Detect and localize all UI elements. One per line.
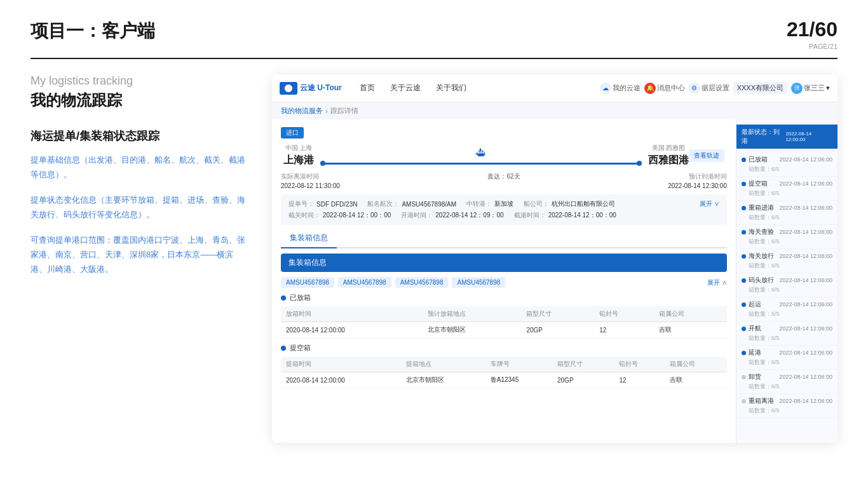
- messages-btn[interactable]: 🔔 消息中心: [644, 83, 685, 94]
- empty-table: 提箱时间 提箱地点 车牌号 箱型尺寸 铅封号 箱属公司 2020-08-14 1…: [281, 356, 727, 388]
- sidebar-list-item: 提空箱2022-08-14 12:06:00箱数量：6/5: [736, 177, 837, 201]
- nav-right: ☁ 我的云途 🔔 消息中心 ⚙ 据层设置 XXXX有限公司 张 张三三 ▾: [600, 82, 830, 94]
- settings-icon: ⚙: [689, 83, 700, 94]
- nav-about-cloud[interactable]: 关于云途: [385, 83, 426, 93]
- page-number: 21/60 PAGE/21: [787, 18, 837, 50]
- duration: 直达：62天: [487, 172, 520, 189]
- nav-about-us[interactable]: 关于我们: [431, 83, 471, 93]
- to-port: 美国 西雅图 西雅图港: [648, 144, 689, 167]
- settings-btn[interactable]: ⚙ 据层设置: [689, 83, 729, 94]
- sidebar-list-item: 已放箱2022-08-14 12:06:00箱数量：6/5: [736, 152, 837, 177]
- my-cloud-icon: ☁: [600, 83, 611, 94]
- sidebar-list-item: 重箱进港2022-08-14 12:06:00箱数量：6/5: [736, 201, 837, 225]
- active-dot: [742, 182, 746, 186]
- status-tag: 进口: [281, 127, 304, 139]
- company-label: XXXX有限公司: [733, 82, 787, 94]
- active-dot: [742, 158, 746, 162]
- section-title-en: My logistics tracking: [31, 74, 247, 88]
- container-section-title: 集装箱信息: [281, 254, 727, 272]
- active-dot: [742, 278, 746, 283]
- app-main: 进口 中国 上海 上海港 ⛴ 美国 西雅: [272, 119, 736, 443]
- app-navbar: 云途 U-Tour 首页 关于云途 关于我们 ☁ 我的云途 🔔 消息中心 ⚙ 据…: [272, 74, 837, 102]
- app-tabs: 集装箱信息: [281, 229, 727, 248]
- desc-text-3: 可查询提单港口范围：覆盖国内港口宁波、上海、青岛、张家港、南京、营口、天津、深圳…: [31, 233, 247, 277]
- desc-text-2: 提单状态变化信息（主要环节放箱、提箱、进场、查验、海关放行、码头放行等变化信息）…: [31, 193, 247, 222]
- sidebar-status-header: 最新状态：到港 2022-08-14 12:00:00: [736, 125, 837, 149]
- active-dot: [742, 254, 746, 259]
- view-trajectory-btn[interactable]: 查看轨迹: [689, 149, 724, 162]
- sidebar-list-item: 开航2022-08-14 12:06:00箱数量：6/5: [736, 322, 837, 346]
- user-avatar: 张: [791, 83, 803, 94]
- container-tab-3[interactable]: AMSU4567898: [452, 277, 505, 288]
- active-dot: [742, 206, 746, 210]
- app-sidebar: 最新状态：到港 2022-08-14 12:00:00 已放箱2022-08-1…: [736, 119, 837, 443]
- route-section: 中国 上海 上海港 ⛴ 美国 西雅图 西雅图港 查看轨迹: [281, 144, 727, 167]
- my-cloud-btn[interactable]: ☁ 我的云途: [600, 83, 641, 94]
- svg-point-0: [285, 85, 292, 92]
- from-port: 中国 上海 上海港: [283, 144, 314, 167]
- released-dot: [281, 295, 286, 301]
- sidebar-list-item: 卸货2022-08-14 12:06:00箱数量：6/5: [736, 370, 837, 394]
- left-panel: My logistics tracking 我的物流跟踪 海运提单/集装箱状态跟…: [31, 74, 247, 443]
- app-logo: 云途 U-Tour: [280, 82, 342, 95]
- sidebar-list-item: 重箱离港2022-08-14 12:06:00箱数量：6/5: [736, 394, 837, 418]
- sidebar-items: 已放箱2022-08-14 12:06:00箱数量：6/5提空箱2022-08-…: [736, 152, 837, 418]
- page-header: 项目一：客户端 21/60 PAGE/21: [0, 0, 868, 50]
- tab-container-info[interactable]: 集装箱信息: [281, 229, 337, 248]
- active-dot: [742, 230, 746, 234]
- active-dot: [742, 302, 746, 307]
- released-section: 已放箱 放箱时间 预计放箱地点 箱型尺寸 铅封号 箱属公司: [281, 293, 727, 338]
- sidebar-list-item: 延港2022-08-14 12:06:00箱数量：6/5: [736, 346, 837, 370]
- released-table: 放箱时间 预计放箱地点 箱型尺寸 铅封号 箱属公司 2020-08-14 12:…: [281, 306, 727, 338]
- user-info[interactable]: 张 张三三 ▾: [791, 83, 830, 94]
- empty-dot: [281, 346, 286, 351]
- active-dot: [742, 351, 746, 355]
- table-row: 2020-08-14 12:00:00北京市朝阳区20GP12吉联: [281, 322, 727, 338]
- subsection-title: 海运提单/集装箱状态跟踪: [31, 128, 247, 144]
- detail-expand-btn[interactable]: 展开 ∨: [700, 200, 719, 208]
- sidebar-list-item: 码头放行2022-08-14 12:06:00箱数量：6/5: [736, 273, 837, 297]
- empty-section: 提空箱 提箱时间 提箱地点 车牌号 箱型尺寸 铅封号 箱属公司: [281, 343, 727, 388]
- detail-bar: 提单号： SDF DFD/23N 船名航次： AMSU4567898/AM 中转…: [281, 194, 727, 225]
- nav-home[interactable]: 首页: [355, 83, 380, 93]
- arrive-time: 预计到港时间 2022-08-14 12:30:00: [668, 172, 727, 189]
- main-content: My logistics tracking 我的物流跟踪 海运提单/集装箱状态跟…: [0, 59, 868, 443]
- route-line: ⛴: [314, 147, 648, 165]
- app-body: 进口 中国 上海 上海港 ⛴ 美国 西雅: [272, 119, 837, 443]
- inactive-dot: [742, 399, 746, 403]
- container-tab-1[interactable]: AMSU4567898: [338, 277, 391, 288]
- app-mockup: 云途 U-Tour 首页 关于云途 关于我们 ☁ 我的云途 🔔 消息中心 ⚙ 据…: [272, 74, 837, 443]
- breadcrumb: 我的物流服务 › 跟踪详情: [272, 102, 837, 119]
- depart-time: 实际离港时间 2022-08-12 11:30:00: [281, 172, 340, 189]
- active-dot: [742, 327, 746, 331]
- sidebar-list-item: 起运2022-08-14 12:06:00箱数量：6/5: [736, 297, 837, 322]
- container-expand-btn[interactable]: 展开 ∧: [707, 278, 727, 287]
- page-title: 项目一：客户端: [31, 18, 155, 43]
- container-tab-2[interactable]: AMSU4567898: [395, 277, 449, 288]
- desc-text-1: 提单基础信息（出发港、目的港、船名、航次、截关、截港等信息）。: [31, 152, 247, 182]
- sidebar-list-item: 海关放行2022-08-14 12:06:00箱数量：6/5: [736, 249, 837, 273]
- messages-icon: 🔔: [644, 83, 656, 94]
- ship-icon: ⛴: [475, 147, 487, 160]
- container-tabs: AMSU4567898 AMSU4567898 AMSU4567898 AMSU…: [281, 277, 727, 288]
- time-row: 实际离港时间 2022-08-12 11:30:00 直达：62天 预计到港时间…: [281, 172, 727, 189]
- logo-icon: [280, 82, 297, 95]
- container-tab-0[interactable]: AMSU4567898: [281, 277, 334, 288]
- logo-text: 云途 U-Tour: [300, 83, 342, 93]
- section-title-cn: 我的物流跟踪: [31, 90, 247, 111]
- table-row: 2020-08-14 12:00:00北京市朝阳区鲁A1234520GP12吉联: [281, 372, 727, 388]
- sidebar-list-item: 海关查验2022-08-14 12:06:00箱数量：6/5: [736, 225, 837, 249]
- inactive-dot: [742, 375, 746, 379]
